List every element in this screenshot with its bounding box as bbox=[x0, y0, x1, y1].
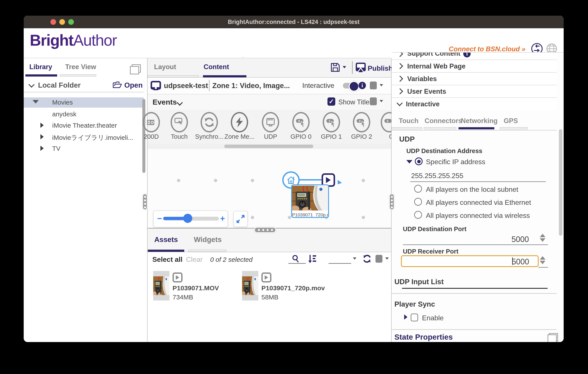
udp-input-list-field[interactable] bbox=[402, 288, 547, 289]
tab-tree-view[interactable]: Tree View bbox=[65, 63, 96, 71]
tab-widgets[interactable]: Widgets bbox=[194, 235, 222, 244]
asset-item[interactable]: P1039071.MOV 734MB bbox=[153, 271, 236, 306]
filter-dropdown[interactable] bbox=[328, 263, 351, 264]
tab-library[interactable]: Library bbox=[29, 63, 52, 71]
chevron-down-icon[interactable] bbox=[29, 82, 34, 88]
interactive-canvas[interactable]: P1039071_720p.mov − + bbox=[147, 149, 391, 228]
player-sync-enable-checkbox[interactable] bbox=[411, 314, 418, 321]
expand-icon[interactable] bbox=[41, 134, 44, 139]
canvas-media-item[interactable]: P1039071_720p.mov bbox=[291, 184, 329, 218]
expand-icon[interactable] bbox=[41, 123, 44, 128]
save-icon[interactable] bbox=[330, 63, 340, 73]
tree-item-movies[interactable]: Movies bbox=[24, 97, 144, 108]
zone-label[interactable]: Zone 1: Video, Image... bbox=[212, 82, 290, 90]
section-internal-web-page[interactable]: Internal Web Page bbox=[392, 60, 557, 73]
zone-message-event-icon[interactable] bbox=[231, 112, 248, 132]
local-subnet-radio[interactable] bbox=[414, 185, 422, 193]
publish-icon[interactable] bbox=[355, 62, 366, 74]
info-icon[interactable]: i bbox=[463, 53, 471, 57]
specific-ip-radio[interactable] bbox=[415, 157, 423, 165]
editor-tabs-row: Layout Content Publish bbox=[147, 58, 391, 78]
inspector-scrollbar[interactable] bbox=[559, 129, 562, 236]
camera-event-icon[interactable] bbox=[143, 112, 160, 132]
save-caret-icon[interactable] bbox=[343, 66, 346, 68]
event-label: Touch bbox=[162, 133, 197, 140]
ip-address-input[interactable]: 255.255.255.255 bbox=[411, 172, 463, 180]
asset-item[interactable]: P1039071_720p.mov 58MB bbox=[242, 271, 329, 306]
show-titles-checkbox[interactable]: ✓ bbox=[327, 97, 335, 106]
section-support-content[interactable]: Support Content i bbox=[392, 53, 557, 60]
gpio0-event-icon[interactable]: 0 bbox=[292, 112, 310, 132]
tab-connectors[interactable]: Connectors bbox=[425, 117, 462, 125]
open-button[interactable]: Open bbox=[124, 81, 143, 89]
section-variables[interactable]: Variables bbox=[392, 73, 557, 85]
tab-assets[interactable]: Assets bbox=[154, 235, 178, 244]
tree-item[interactable]: TV bbox=[24, 143, 144, 153]
interactive-toggle-knob[interactable] bbox=[348, 81, 359, 92]
gpio2-event-icon[interactable]: 2 bbox=[353, 112, 370, 132]
local-folder-header[interactable]: Local Folder Open bbox=[24, 79, 144, 92]
open-folder-icon[interactable] bbox=[113, 81, 122, 90]
expand-icon[interactable] bbox=[41, 146, 44, 151]
event-label: GPIO 0 bbox=[284, 133, 318, 140]
ethernet-radio[interactable] bbox=[414, 198, 422, 206]
gpio1-event-icon[interactable]: 1 bbox=[323, 112, 340, 132]
tab-gps[interactable]: GPS bbox=[504, 117, 518, 125]
publish-button[interactable]: Publish bbox=[368, 64, 393, 72]
fit-canvas-button[interactable] bbox=[233, 211, 248, 227]
zoom-in-button[interactable]: + bbox=[220, 214, 225, 223]
expand-collapse-icon[interactable] bbox=[32, 100, 39, 104]
tab-connectors-bar bbox=[424, 127, 456, 129]
view-caret-icon[interactable] bbox=[385, 257, 389, 260]
tab-content[interactable]: Content bbox=[204, 63, 229, 71]
zoom-slider-thumb[interactable] bbox=[183, 214, 192, 223]
info-icon[interactable]: i bbox=[358, 82, 366, 89]
udp-dest-port-input[interactable]: 5000 bbox=[485, 235, 529, 244]
row-caret-icon[interactable] bbox=[380, 100, 383, 102]
tab-touch[interactable]: Touch bbox=[399, 117, 419, 125]
view-options-button[interactable] bbox=[376, 255, 382, 263]
sort-icon[interactable] bbox=[307, 254, 317, 264]
receiver-stepper-underline bbox=[538, 267, 548, 268]
clear-button[interactable]: Clear bbox=[186, 256, 202, 264]
assets-splitter-handle[interactable] bbox=[254, 227, 276, 233]
window-title: BrightAuthor:connected - LS424 : udpseek… bbox=[24, 19, 564, 25]
inspector-splitter-handle[interactable] bbox=[389, 193, 394, 210]
section-interactive[interactable]: Interactive bbox=[392, 98, 557, 110]
refresh-icon[interactable] bbox=[362, 254, 372, 264]
udp-receiver-port-input[interactable]: 5000 bbox=[401, 255, 539, 267]
tree-item[interactable]: iMovieライブラリ.imovieli... bbox=[24, 132, 144, 142]
sidebar-splitter-handle[interactable] bbox=[142, 193, 147, 210]
ethernet-label: All players connected via Ethernet bbox=[426, 199, 531, 207]
asset-thumbnail[interactable] bbox=[153, 271, 169, 300]
receiver-port-value: 5000 bbox=[512, 257, 529, 266]
filter-caret-icon[interactable] bbox=[353, 257, 356, 260]
section-label: Interactive bbox=[406, 100, 440, 108]
color-swatch-button[interactable] bbox=[370, 97, 377, 105]
section-user-events[interactable]: User Events bbox=[392, 85, 557, 98]
asset-thumbnail[interactable] bbox=[242, 271, 258, 300]
select-all-button[interactable]: Select all bbox=[152, 256, 182, 264]
synchronize-event-icon[interactable] bbox=[200, 112, 218, 132]
tab-networking[interactable]: Networking bbox=[461, 117, 498, 125]
touch-event-icon[interactable] bbox=[171, 112, 188, 132]
collapse-icon[interactable] bbox=[406, 160, 412, 163]
tab-layout[interactable]: Layout bbox=[154, 63, 176, 71]
tree-item[interactable]: anydesk bbox=[24, 109, 144, 119]
zoom-out-button[interactable]: − bbox=[157, 214, 162, 223]
scrollbar-thumb[interactable] bbox=[224, 145, 313, 148]
receiver-port-stepper[interactable] bbox=[540, 256, 546, 264]
search-icon[interactable] bbox=[291, 254, 301, 264]
connect-bsn-link[interactable]: Connect to BSN.cloud » bbox=[449, 45, 525, 53]
wireless-label: All players connected via wireless bbox=[426, 212, 530, 220]
tree-item[interactable]: iMovie Theater.theater bbox=[24, 120, 144, 130]
dest-port-stepper[interactable] bbox=[540, 234, 546, 242]
events-chevron-icon[interactable] bbox=[177, 100, 183, 106]
expand-icon[interactable] bbox=[404, 314, 408, 320]
udp-event-icon[interactable] bbox=[262, 112, 279, 132]
tab-assets-active-bar bbox=[148, 250, 184, 252]
wireless-radio[interactable] bbox=[414, 211, 422, 219]
color-swatch-button[interactable] bbox=[370, 82, 377, 89]
video-play-icon bbox=[262, 272, 271, 282]
row-caret-icon[interactable] bbox=[380, 84, 383, 86]
